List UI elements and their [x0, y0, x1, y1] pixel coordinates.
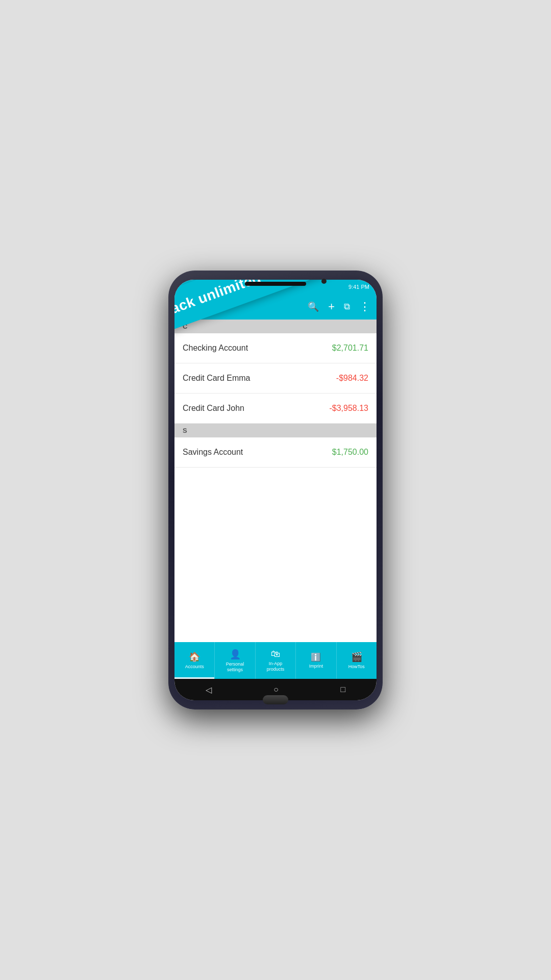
- empty-space: [174, 468, 377, 529]
- howtos-nav-icon: 🎬: [351, 651, 362, 663]
- home-nav-button[interactable]: ○: [273, 685, 279, 694]
- section-header-c: C: [174, 320, 377, 333]
- status-time: 9:41 PM: [348, 284, 369, 290]
- export-icon[interactable]: ⧉: [344, 302, 350, 312]
- nav-item-personal[interactable]: 👤 Personalsettings: [215, 642, 255, 679]
- personal-nav-icon: 👤: [230, 649, 241, 660]
- phone-frame: 9:41 PM 🔔 🔍 + ⧉ ⋮ C Checking Account $2,…: [168, 271, 383, 709]
- account-name-credit-john: Credit Card John: [183, 404, 244, 413]
- account-row-checking[interactable]: Checking Account $2,701.71: [174, 333, 377, 363]
- section-header-s: S: [174, 424, 377, 437]
- howtos-nav-label: HowTos: [348, 664, 365, 670]
- account-list: C Checking Account $2,701.71 Credit Card…: [174, 320, 377, 642]
- inapp-nav-icon: 🛍: [271, 649, 280, 659]
- home-button: [263, 695, 288, 704]
- toolbar-title-area: 🔔: [181, 301, 306, 313]
- nav-item-inapp[interactable]: 🛍 In-Appproducts: [256, 642, 296, 679]
- more-menu-icon[interactable]: ⋮: [359, 300, 370, 313]
- app-toolbar: 🔔 🔍 + ⧉ ⋮: [174, 294, 377, 320]
- account-name-checking: Checking Account: [183, 344, 248, 353]
- imprint-nav-icon: ℹ️: [311, 652, 321, 662]
- notifications-icon[interactable]: 🔔: [181, 301, 193, 313]
- account-name-savings: Savings Account: [183, 448, 243, 457]
- nav-item-accounts[interactable]: 🏠 Accounts: [174, 642, 215, 679]
- account-balance-credit-emma: -$984.32: [336, 374, 368, 383]
- recents-button[interactable]: □: [341, 685, 346, 694]
- account-balance-savings: $1,750.00: [332, 448, 368, 457]
- account-row-credit-john[interactable]: Credit Card John -$3,958.13: [174, 394, 377, 424]
- phone-speaker: [245, 282, 306, 286]
- account-row-credit-emma[interactable]: Credit Card Emma -$984.32: [174, 363, 377, 394]
- toolbar-actions: 🔍 + ⧉ ⋮: [308, 300, 370, 313]
- accounts-nav-icon: 🏠: [189, 651, 200, 663]
- inapp-nav-label: In-Appproducts: [267, 661, 285, 672]
- nav-item-howtos[interactable]: 🎬 HowTos: [337, 642, 377, 679]
- account-name-credit-emma: Credit Card Emma: [183, 374, 250, 383]
- account-row-savings[interactable]: Savings Account $1,750.00: [174, 437, 377, 468]
- screen: 9:41 PM 🔔 🔍 + ⧉ ⋮ C Checking Account $2,…: [174, 280, 377, 700]
- bottom-navigation: 🏠 Accounts 👤 Personalsettings 🛍 In-Apppr…: [174, 642, 377, 679]
- accounts-nav-label: Accounts: [185, 664, 204, 670]
- back-button[interactable]: ◁: [206, 685, 212, 695]
- nav-item-imprint[interactable]: ℹ️ Imprint: [296, 642, 336, 679]
- personal-nav-label: Personalsettings: [226, 662, 244, 673]
- imprint-nav-label: Imprint: [309, 664, 323, 669]
- account-balance-checking: $2,701.71: [332, 344, 368, 353]
- add-icon[interactable]: +: [328, 300, 335, 313]
- account-balance-credit-john: -$3,958.13: [329, 404, 368, 413]
- search-icon[interactable]: 🔍: [308, 301, 319, 312]
- phone-camera: [321, 279, 327, 284]
